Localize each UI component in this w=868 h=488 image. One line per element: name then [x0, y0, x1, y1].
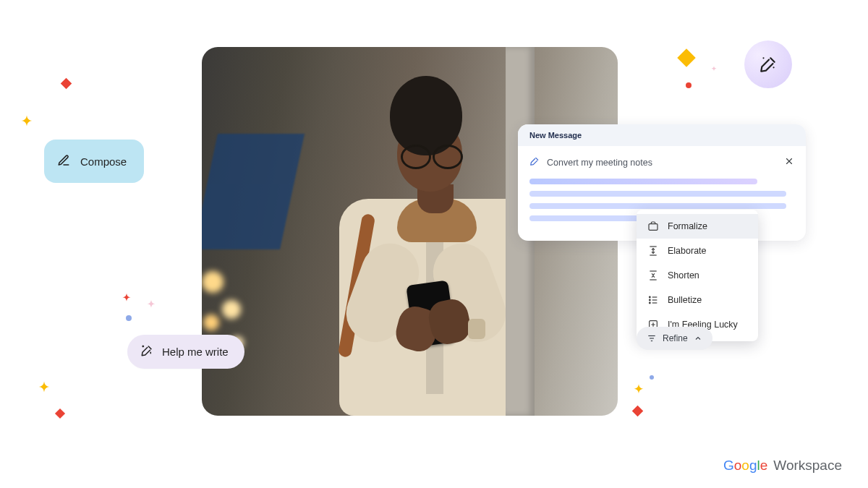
menu-item-label: Bulletize — [668, 295, 702, 305]
menu-item-bulletize[interactable]: Bulletize — [637, 288, 758, 312]
briefcase-icon — [647, 221, 659, 232]
diamond-icon — [55, 408, 65, 419]
wand-icon — [140, 344, 153, 359]
refine-label: Refine — [663, 333, 688, 343]
menu-item-shorten[interactable]: Shorten — [637, 263, 758, 288]
menu-item-label: Formalize — [668, 221, 707, 231]
compose-button[interactable]: Compose — [44, 140, 144, 183]
svg-point-8 — [686, 82, 692, 88]
sparkle-icon — [629, 382, 648, 401]
filter-icon — [647, 333, 657, 343]
prompt-text: Convert my meeting notes — [547, 158, 652, 168]
workspace-label: Workspace — [773, 458, 842, 474]
collapse-vertical-icon — [647, 270, 659, 281]
sparkle-icon — [16, 114, 38, 135]
svg-point-7 — [126, 315, 132, 321]
menu-item-label: Shorten — [668, 270, 699, 281]
menu-item-label: Elaborate — [668, 246, 707, 256]
svg-point-3 — [650, 296, 651, 298]
svg-point-1 — [762, 57, 764, 59]
compose-label: Compose — [80, 155, 127, 168]
sparkle-icon — [33, 380, 55, 401]
sparkle-icon — [709, 65, 719, 75]
help-me-write-label: Help me write — [162, 346, 229, 358]
pencil-icon — [57, 154, 70, 169]
svg-point-5 — [650, 302, 651, 304]
panel-title: New Message — [518, 124, 806, 146]
dot-icon — [126, 315, 132, 321]
diamond-icon — [61, 78, 72, 90]
chevron-up-icon — [694, 334, 702, 343]
menu-item-elaborate[interactable]: Elaborate — [637, 239, 758, 263]
sparkle-icon — [119, 292, 135, 308]
dot-icon — [650, 375, 654, 380]
svg-point-0 — [773, 67, 775, 68]
google-workspace-logo: Google Workspace — [723, 458, 842, 474]
dot-icon — [686, 82, 692, 88]
diamond-icon — [632, 406, 644, 417]
help-me-write-button[interactable]: Help me write — [127, 335, 244, 369]
close-icon[interactable] — [784, 156, 794, 168]
wand-icon — [529, 156, 540, 168]
svg-point-4 — [650, 299, 651, 301]
sparkle-icon — [143, 299, 159, 314]
expand-vertical-icon — [647, 245, 659, 257]
refine-menu: Formalize Elaborate Shorten Bulletize I'… — [637, 210, 758, 341]
bullet-list-icon — [647, 294, 659, 306]
svg-point-9 — [650, 375, 654, 380]
refine-button[interactable]: Refine — [637, 327, 712, 350]
diamond-icon — [677, 48, 695, 67]
svg-rect-2 — [649, 224, 658, 231]
wand-badge — [744, 40, 792, 88]
menu-item-formalize[interactable]: Formalize — [637, 214, 758, 239]
